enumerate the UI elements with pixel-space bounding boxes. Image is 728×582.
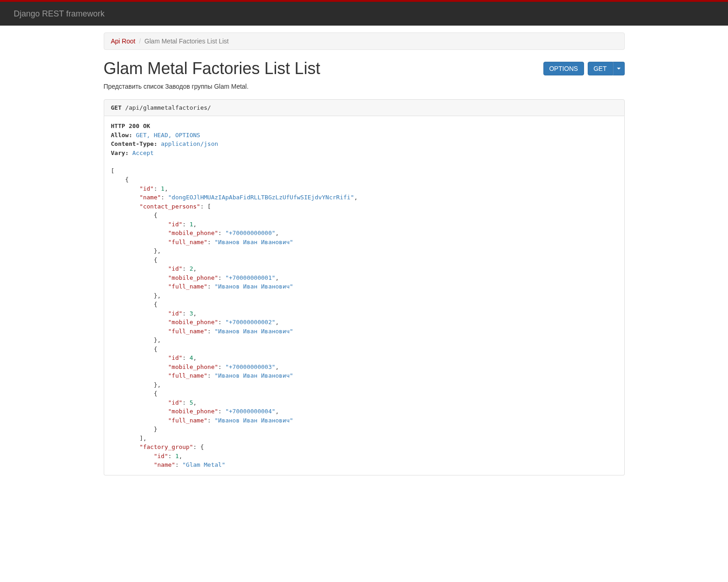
request-path: /api/glammetalfactories/ — [125, 104, 211, 111]
page-title: Glam Metal Factories List List — [104, 59, 320, 78]
response-panel: HTTP 200 OK Allow: GET, HEAD, OPTIONS Co… — [104, 116, 625, 475]
navbar-brand[interactable]: Django REST framework — [7, 9, 105, 19]
navbar: Django REST framework — [0, 2, 728, 26]
header-allow-value: GET, HEAD, OPTIONS — [136, 132, 200, 139]
breadcrumb-api-root[interactable]: Api Root — [111, 37, 136, 45]
header-content-type-name: Content-Type: — [111, 140, 158, 147]
header-allow-name: Allow: — [111, 132, 133, 139]
caret-down-icon — [617, 68, 621, 69]
get-dropdown-toggle[interactable] — [613, 62, 625, 75]
get-button[interactable]: GET — [588, 62, 613, 75]
breadcrumb-separator: / — [135, 37, 144, 45]
header-content-type-value: application/json — [161, 140, 218, 147]
page-description: Представить список Заводов группы Glam M… — [104, 83, 625, 90]
header-vary-name: Vary: — [111, 150, 129, 156]
action-buttons: OPTIONS GET — [543, 62, 625, 75]
breadcrumb-current: Glam Metal Factories List List — [144, 37, 228, 45]
header-vary-value: Accept — [132, 150, 154, 156]
get-button-group: GET — [588, 62, 625, 75]
page-header: Glam Metal Factories List List OPTIONS G… — [104, 59, 625, 78]
request-method: GET — [111, 104, 122, 111]
breadcrumb: Api Root / Glam Metal Factories List Lis… — [104, 32, 625, 50]
options-button[interactable]: OPTIONS — [543, 62, 584, 75]
response-status: HTTP 200 OK — [111, 123, 150, 129]
request-info: GET /api/glammetalfactories/ — [104, 99, 625, 116]
